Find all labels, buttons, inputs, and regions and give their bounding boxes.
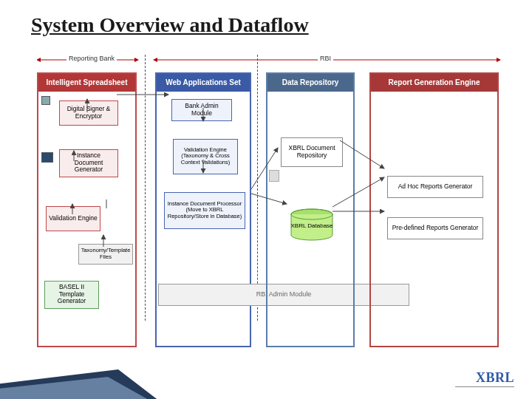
logo-subtext — [455, 386, 514, 389]
docs-icon — [269, 170, 279, 182]
box-xbrl-repo: XBRL Document Repository — [281, 137, 343, 167]
xbrl-logo: XBRL — [455, 370, 514, 389]
document-icon — [41, 152, 53, 163]
box-bank-admin: Bank Admin Module — [171, 99, 232, 121]
col1-header: Intelligent Spreadsheet — [38, 74, 135, 92]
box-digital-signer: Digital Signer & Encryptor — [59, 100, 118, 126]
slide-title: System Overview and Dataflow — [0, 0, 532, 40]
footer-ribbon — [0, 362, 163, 399]
excel-icon — [41, 96, 50, 105]
box-basel-generator: BASEL II Template Generator — [44, 281, 99, 309]
col2-header: Web Applications Set — [157, 74, 250, 92]
column-intelligent-spreadsheet: Intelligent Spreadsheet Digital Signer &… — [37, 72, 137, 347]
col4-header: Report Generation Engine — [371, 74, 497, 92]
diagram-canvas: Reporting Bank RBI Intelligent Spreadshe… — [37, 52, 502, 347]
box-instance-doc-processor: Instance Document Processor (Move to XBR… — [164, 192, 245, 229]
column-data-repository: Data Repository XBRL Document Repository… — [266, 72, 355, 347]
box-taxonomy-files: Taxonomy/Template Files — [78, 244, 133, 265]
logo-text: XBRL — [455, 370, 514, 386]
column-report-engine: Report Generation Engine Ad Hoc Reports … — [369, 72, 499, 347]
column-web-applications: Web Applications Set Bank Admin Module V… — [155, 72, 251, 347]
box-validation-engine: Validation Engine — [46, 206, 100, 231]
xbrl-database: XBRL Database — [290, 208, 334, 242]
lane-rbi: RBI — [318, 55, 333, 62]
lane-reporting: Reporting Bank — [66, 55, 117, 62]
box-adhoc-reports: Ad Hoc Reports Generator — [387, 176, 483, 198]
box-instance-doc-generator: Instance Document Generator — [59, 149, 118, 177]
divider-2 — [257, 55, 258, 321]
col3-header: Data Repository — [267, 74, 353, 92]
divider-1 — [145, 55, 146, 321]
box-predef-reports: Pre-defined Reports Generator — [387, 217, 483, 239]
box-validation-engine-2: Validation Engine (Taxonomy & Cross Cont… — [173, 139, 238, 174]
